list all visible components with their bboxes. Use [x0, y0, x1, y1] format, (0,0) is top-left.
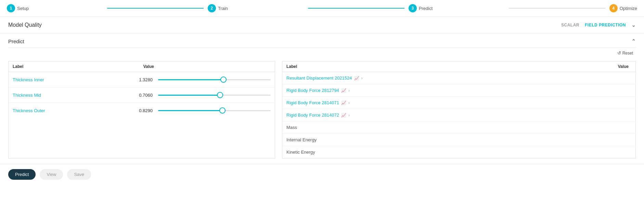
step-setup: 1 Setup	[7, 4, 103, 12]
list-item: Rigid Body Force 2814072 📈 ›	[282, 109, 635, 121]
step-optimize: 4 Optimize	[609, 4, 637, 12]
page-title: Model Quality	[8, 22, 42, 28]
slider-thumb-0[interactable]	[220, 76, 227, 83]
slider-1[interactable]	[158, 92, 271, 98]
step-line-2	[308, 8, 404, 9]
step-circle-predict: 3	[409, 4, 417, 12]
list-item: Rigid Body Force 2812794 📈 ›	[282, 84, 635, 97]
step-circle-train: 2	[208, 4, 216, 12]
predict-button[interactable]: Predict	[8, 169, 36, 180]
slider-track-1	[158, 95, 271, 96]
right-row-label-3: Rigid Body Force 2814072 📈 ›	[286, 113, 350, 118]
right-row-label-0: Resultant Displacement 2021524 📈 ›	[286, 75, 363, 81]
chevron-right-icon-1[interactable]: ›	[348, 88, 350, 93]
chart-icon-0[interactable]: 📈	[354, 76, 359, 81]
save-button[interactable]: Save	[67, 169, 91, 180]
step-predict: 3 Predict	[409, 4, 505, 12]
right-row-label-1: Rigid Body Force 2812794 📈 ›	[286, 88, 350, 93]
left-col-label-header: Label	[13, 64, 127, 69]
right-row-label-4: Mass	[286, 125, 297, 130]
slider-0[interactable]	[158, 76, 271, 83]
right-table-header: Label Value	[282, 61, 635, 72]
slider-fill-2	[158, 110, 222, 111]
bottom-bar: Predict View Save	[0, 164, 644, 185]
table-row: Thickness Outer 0.8290	[9, 103, 275, 118]
step-label-predict: Predict	[419, 6, 433, 11]
list-item: Rigid Body Force 2814071 📈 ›	[282, 97, 635, 109]
chevron-up-icon[interactable]: ⌃	[631, 38, 636, 45]
slider-2[interactable]	[158, 107, 271, 114]
chevron-down-icon[interactable]: ⌄	[631, 22, 636, 28]
header-bar: Model Quality SCALAR FIELD PREDICTION ⌄	[0, 17, 644, 33]
list-item: Kinetic Energy	[282, 146, 635, 158]
slider-fill-0	[158, 79, 223, 80]
row-label-2: Thickness Outer	[13, 108, 125, 113]
chevron-right-icon-0[interactable]: ›	[361, 76, 363, 81]
right-row-label-5: Internal Energy	[286, 137, 317, 142]
right-col-value-header: Value	[601, 64, 629, 69]
chevron-right-icon-3[interactable]: ›	[348, 113, 350, 118]
row-value-1: 0.7060	[125, 93, 153, 98]
row-label-1: Thickness Mid	[13, 93, 125, 98]
row-value-0: 1.3280	[125, 77, 153, 82]
table-row: Thickness Mid 0.7060	[9, 87, 275, 103]
left-table-header: Label Value	[9, 61, 275, 72]
slider-thumb-1[interactable]	[217, 92, 223, 98]
predict-section-title: Predict	[8, 38, 24, 44]
chart-icon-2[interactable]: 📈	[341, 100, 346, 105]
stepper: 1 Setup 2 Train 3 Predict 4 Optimize	[0, 0, 644, 17]
left-table: Label Value Thickness Inner 1.3280 Thick…	[8, 61, 275, 158]
reset-button[interactable]: ↺ Reset	[615, 49, 636, 57]
step-label-setup: Setup	[17, 6, 29, 11]
slider-track-2	[158, 110, 271, 111]
step-line-3	[509, 8, 605, 9]
step-label-train: Train	[218, 6, 228, 11]
list-item: Mass	[282, 121, 635, 134]
row-label-0: Thickness Inner	[13, 77, 125, 82]
table-row: Thickness Inner 1.3280	[9, 72, 275, 87]
predict-section: Predict ⌃ ↺ Reset Label Value Thickness …	[0, 33, 644, 158]
row-value-2: 0.8290	[125, 108, 153, 113]
right-table: Label Value Resultant Displacement 20215…	[282, 61, 636, 158]
reset-label: Reset	[622, 51, 633, 56]
right-row-label-6: Kinetic Energy	[286, 150, 315, 155]
right-row-label-2: Rigid Body Force 2814071 📈 ›	[286, 100, 350, 105]
left-col-value-header: Value	[127, 64, 154, 69]
slider-thumb-2[interactable]	[219, 107, 226, 114]
chart-icon-1[interactable]: 📈	[341, 88, 346, 93]
tables-container: Label Value Thickness Inner 1.3280 Thick…	[8, 61, 636, 158]
step-label-optimize: Optimize	[620, 6, 637, 11]
scalar-label: SCALAR	[561, 23, 579, 27]
list-item: Resultant Displacement 2021524 📈 ›	[282, 72, 635, 84]
chevron-right-icon-2[interactable]: ›	[348, 100, 350, 105]
predict-header: Predict ⌃	[8, 33, 636, 48]
step-circle-optimize: 4	[609, 4, 618, 12]
view-button[interactable]: View	[40, 169, 63, 180]
list-item: Internal Energy	[282, 134, 635, 146]
slider-fill-1	[158, 95, 220, 96]
slider-track-0	[158, 79, 271, 80]
header-right: SCALAR FIELD PREDICTION ⌄	[561, 22, 636, 28]
reset-icon: ↺	[617, 50, 621, 56]
chart-icon-3[interactable]: 📈	[341, 113, 346, 118]
step-train: 2 Train	[208, 4, 304, 12]
step-circle-setup: 1	[7, 4, 15, 12]
field-prediction-label[interactable]: FIELD PREDICTION	[585, 23, 626, 27]
right-col-label-header: Label	[286, 64, 601, 69]
step-line-1	[107, 8, 203, 9]
